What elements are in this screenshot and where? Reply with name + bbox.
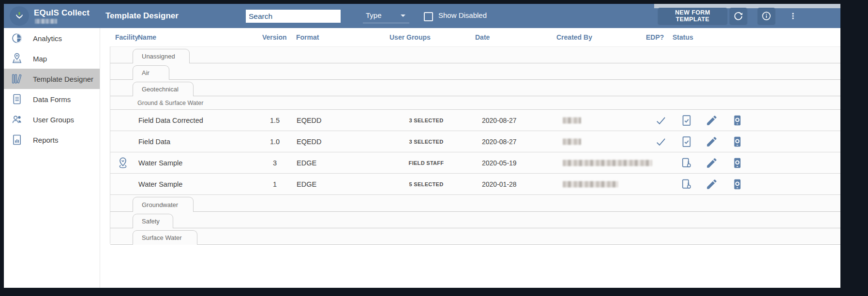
edit-pencil-icon[interactable]: [705, 135, 718, 148]
table-row: Water Sample 1 EDGE 5 SELECTED 2020-01-2…: [110, 174, 840, 195]
group-row-safety: Safety: [110, 212, 840, 228]
tablet-touch-icon: [680, 178, 693, 191]
sidebar-item-label: Template Designer: [33, 75, 93, 83]
column-header-created-by: Created By: [556, 33, 592, 41]
group-row-surface-water: Surface Water: [110, 228, 840, 245]
map-pin-icon: [11, 52, 23, 65]
page-title: Template Designer: [105, 11, 179, 21]
show-disabled-label: Show Disabled: [438, 11, 487, 19]
show-disabled-checkbox[interactable]: [424, 12, 433, 21]
date-value: 2020-01-28: [482, 180, 517, 188]
sidebar-nav: Analytics Map Template Designer Data For…: [4, 28, 100, 288]
created-by-redacted: [563, 181, 618, 187]
column-header-user-groups: User Groups: [389, 33, 431, 41]
created-by-redacted: [563, 138, 581, 145]
group-tab-geotechnical[interactable]: Geotechnical: [133, 82, 194, 96]
template-name: Field Data: [138, 138, 170, 146]
tablet-touch-icon: [680, 157, 693, 169]
app-logo: [10, 6, 29, 26]
template-version: 3: [260, 159, 289, 167]
created-by-redacted: [563, 160, 652, 166]
edp-check-icon: [655, 135, 667, 148]
sidebar-item-label: Map: [33, 55, 47, 63]
group-tab-safety[interactable]: Safety: [133, 214, 173, 228]
form-check-icon: [680, 114, 693, 127]
table-row: Field Data 1.0 EQEDD 3 SELECTED 2020-08-…: [110, 131, 840, 152]
template-grid: Facility Name Version Format User Groups…: [100, 28, 840, 288]
user-groups-value: FIELD STAFF: [397, 160, 455, 166]
sidebar-item-reports[interactable]: Reports: [4, 130, 100, 150]
sidebar-item-template-designer[interactable]: Template Designer: [4, 69, 100, 89]
date-value: 2020-08-27: [482, 138, 517, 146]
device-preview-icon[interactable]: [731, 114, 744, 127]
column-header-date: Date: [475, 33, 490, 41]
refresh-icon: [733, 11, 744, 21]
user-groups-value: 3 SELECTED: [397, 139, 455, 145]
template-name: Field Data Corrected: [138, 117, 203, 124]
edit-pencil-icon[interactable]: [705, 114, 718, 127]
column-header-status: Status: [673, 33, 693, 41]
type-dropdown-label: Type: [366, 11, 382, 19]
group-tab-air[interactable]: Air: [133, 65, 169, 80]
column-header-facility: Facility: [115, 33, 138, 41]
sidebar-item-data-forms[interactable]: Data Forms: [4, 89, 100, 109]
overflow-menu-button[interactable]: [786, 8, 800, 24]
user-groups-value: 5 SELECTED: [397, 181, 455, 187]
report-chart-icon: [11, 133, 23, 146]
column-header-edp: EDP?: [646, 33, 664, 41]
search-input[interactable]: [246, 10, 341, 23]
sidebar-item-label: User Groups: [33, 116, 74, 124]
sidebar-item-label: Data Forms: [33, 95, 71, 104]
template-name: Water Sample: [138, 159, 182, 167]
grid-body: Unassigned Air Geotechnical Ground & Sur…: [110, 46, 840, 244]
screenshot-frame: EQuIS Collect Template Designer Type Sho…: [0, 0, 868, 296]
edp-check-icon: [655, 114, 667, 127]
device-preview-icon[interactable]: [731, 135, 744, 148]
refresh-button[interactable]: [730, 8, 747, 24]
sidebar-item-label: Reports: [33, 136, 59, 144]
sidebar-item-user-groups[interactable]: User Groups: [4, 109, 100, 130]
edit-pencil-icon[interactable]: [705, 157, 718, 169]
equis-collect-app: EQuIS Collect Template Designer Type Sho…: [4, 4, 840, 288]
table-row: Field Data Corrected 1.5 EQEDD 3 SELECTE…: [110, 110, 840, 131]
info-icon: [761, 11, 772, 21]
edit-pencil-icon[interactable]: [705, 178, 718, 191]
subgroup-label[interactable]: Ground & Surface Water: [137, 100, 203, 106]
group-tab-groundwater[interactable]: Groundwater: [133, 197, 194, 212]
column-header-version: Version: [262, 33, 287, 41]
document-icon: [11, 93, 23, 105]
user-groups-value: 3 SELECTED: [397, 118, 455, 123]
type-dropdown[interactable]: Type: [363, 9, 409, 23]
template-name: Water Sample: [138, 180, 182, 188]
device-preview-icon[interactable]: [731, 157, 744, 169]
library-icon: [11, 73, 23, 85]
grid-header-row: Facility Name Version Format User Groups…: [100, 28, 840, 46]
template-version: 1.0: [260, 138, 289, 146]
subgroup-row: Ground & Surface Water: [110, 96, 840, 110]
form-check-icon: [680, 135, 693, 148]
location-pin-icon: [116, 156, 130, 170]
template-format: EQEDD: [297, 138, 322, 146]
app-title: EQuIS Collect: [34, 8, 90, 18]
column-header-format: Format: [296, 33, 319, 41]
group-row-unassigned: Unassigned: [110, 47, 840, 63]
table-row: Water Sample 3 EDGE FIELD STAFF 2020-05-…: [110, 152, 840, 174]
group-row-geotechnical: Geotechnical: [110, 80, 840, 96]
new-form-template-button[interactable]: NEW FORM TEMPLATE: [658, 8, 727, 24]
chevron-down-icon: [401, 15, 405, 17]
info-button[interactable]: [758, 8, 775, 24]
group-row-groundwater: Groundwater: [110, 195, 840, 212]
column-header-name: Name: [138, 33, 156, 41]
created-by-redacted: [563, 117, 581, 123]
device-preview-icon[interactable]: [731, 178, 744, 191]
sidebar-item-analytics[interactable]: Analytics: [4, 28, 100, 48]
sidebar-item-map[interactable]: Map: [4, 48, 100, 69]
pie-chart-icon: [11, 32, 23, 44]
template-version: 1: [260, 180, 289, 188]
date-value: 2020-05-19: [482, 159, 517, 167]
template-format: EDGE: [297, 159, 316, 167]
group-tab-unassigned[interactable]: Unassigned: [133, 49, 190, 63]
template-format: EDGE: [297, 180, 316, 188]
top-app-bar: EQuIS Collect Template Designer Type Sho…: [4, 4, 840, 28]
group-tab-surface-water[interactable]: Surface Water: [133, 230, 197, 245]
